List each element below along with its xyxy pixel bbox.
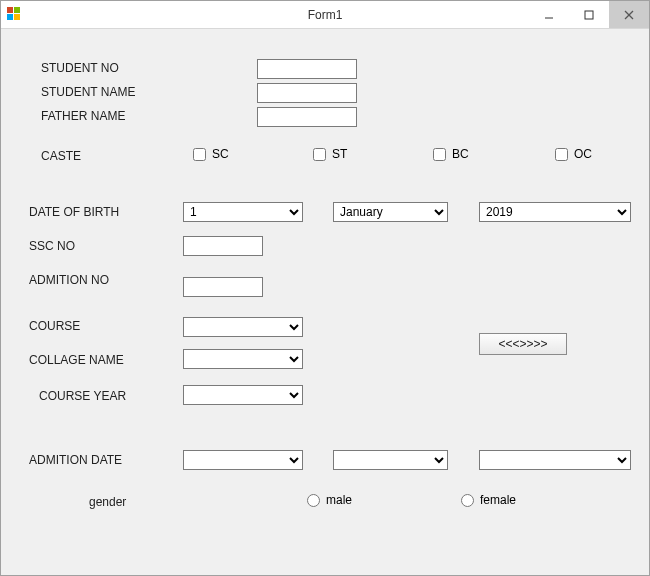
label-student-name: STUDENT NAME bbox=[41, 85, 135, 99]
label-caste: CASTE bbox=[41, 149, 81, 163]
father-name-input[interactable] bbox=[257, 107, 357, 127]
radio-female[interactable] bbox=[461, 494, 474, 507]
label-course: COURSE bbox=[29, 319, 80, 333]
radio-male-label: male bbox=[326, 493, 352, 507]
checkbox-sc-label: SC bbox=[212, 147, 229, 161]
admition-date-1-select[interactable] bbox=[183, 450, 303, 470]
student-no-input[interactable] bbox=[257, 59, 357, 79]
app-icon bbox=[7, 7, 23, 23]
collage-name-select[interactable] bbox=[183, 349, 303, 369]
gender-female-radio[interactable]: female bbox=[461, 493, 516, 507]
close-icon bbox=[624, 10, 634, 20]
checkbox-oc-label: OC bbox=[574, 147, 592, 161]
label-collage-name: COLLAGE NAME bbox=[29, 353, 124, 367]
label-student-no: STUDENT NO bbox=[41, 61, 119, 75]
dob-year-select[interactable]: 2019 bbox=[479, 202, 631, 222]
dob-month-select[interactable]: January bbox=[333, 202, 448, 222]
admition-no-input[interactable] bbox=[183, 277, 263, 297]
checkbox-bc[interactable] bbox=[433, 148, 446, 161]
maximize-icon bbox=[584, 10, 594, 20]
window-form1: Form1 STUDENT NO STUDENT NAME FATHER NAM… bbox=[0, 0, 650, 576]
caste-bc-checkbox[interactable]: BC bbox=[433, 147, 469, 161]
nav-button[interactable]: <<<>>>> bbox=[479, 333, 567, 355]
window-controls bbox=[529, 1, 649, 28]
caste-oc-checkbox[interactable]: OC bbox=[555, 147, 592, 161]
radio-male[interactable] bbox=[307, 494, 320, 507]
checkbox-st-label: ST bbox=[332, 147, 347, 161]
minimize-button[interactable] bbox=[529, 1, 569, 28]
maximize-button[interactable] bbox=[569, 1, 609, 28]
client-area: STUDENT NO STUDENT NAME FATHER NAME CAST… bbox=[1, 29, 649, 575]
checkbox-bc-label: BC bbox=[452, 147, 469, 161]
label-ssc-no: SSC NO bbox=[29, 239, 75, 253]
course-select[interactable] bbox=[183, 317, 303, 337]
nav-button-label: <<<>>>> bbox=[498, 337, 547, 351]
label-gender: gender bbox=[89, 495, 126, 509]
course-year-select[interactable] bbox=[183, 385, 303, 405]
checkbox-sc[interactable] bbox=[193, 148, 206, 161]
gender-male-radio[interactable]: male bbox=[307, 493, 352, 507]
dob-day-select[interactable]: 1 bbox=[183, 202, 303, 222]
radio-female-label: female bbox=[480, 493, 516, 507]
caste-sc-checkbox[interactable]: SC bbox=[193, 147, 229, 161]
ssc-no-input[interactable] bbox=[183, 236, 263, 256]
label-father-name: FATHER NAME bbox=[41, 109, 125, 123]
caste-st-checkbox[interactable]: ST bbox=[313, 147, 347, 161]
label-admition-no: ADMITION NO bbox=[29, 273, 109, 287]
svg-rect-1 bbox=[585, 11, 593, 19]
admition-date-3-select[interactable] bbox=[479, 450, 631, 470]
label-course-year: COURSE YEAR bbox=[39, 389, 126, 403]
student-name-input[interactable] bbox=[257, 83, 357, 103]
checkbox-oc[interactable] bbox=[555, 148, 568, 161]
label-admition-date: ADMITION DATE bbox=[29, 453, 122, 467]
label-dob: DATE OF BIRTH bbox=[29, 205, 119, 219]
checkbox-st[interactable] bbox=[313, 148, 326, 161]
minimize-icon bbox=[544, 10, 554, 20]
admition-date-2-select[interactable] bbox=[333, 450, 448, 470]
close-button[interactable] bbox=[609, 1, 649, 28]
titlebar: Form1 bbox=[1, 1, 649, 29]
